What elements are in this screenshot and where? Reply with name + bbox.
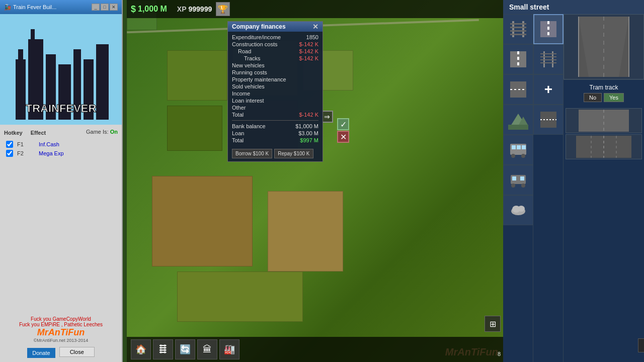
street-item-bus[interactable] xyxy=(503,135,533,165)
rail-lines-icon xyxy=(538,49,558,69)
expenditure-label: Expenditure/income xyxy=(232,34,281,40)
street-col3: Tram track No Yes xyxy=(564,14,644,362)
xp-value: 999999 xyxy=(189,5,212,13)
trophy-button[interactable]: 🏆 xyxy=(216,2,230,16)
road-icon xyxy=(508,49,528,69)
street-item-train[interactable] xyxy=(503,165,533,195)
finances-row-running-costs: Running costs xyxy=(232,69,318,76)
road-value: $-142 K xyxy=(299,48,318,54)
f2-checkbox[interactable] xyxy=(6,150,13,157)
effect-header: Effect xyxy=(31,130,46,136)
svg-rect-34 xyxy=(520,176,524,180)
map-x-icon[interactable]: ✕ xyxy=(337,131,349,143)
tram-no-button[interactable]: No xyxy=(584,93,602,102)
finances-row-total-balance: Total $997 M xyxy=(232,137,318,144)
toolbar-building-button[interactable]: 🏛 xyxy=(197,339,217,359)
toolbar-home-button[interactable]: 🏠 xyxy=(131,339,151,359)
speed-value: 8 xyxy=(498,351,501,357)
finances-titlebar: Company finances ✕ xyxy=(228,22,323,32)
street-item-other[interactable] xyxy=(503,195,533,225)
street-item-rail[interactable] xyxy=(503,14,533,44)
footer-copyright: ©MrAntiFun.net 2013-2014 xyxy=(4,338,118,343)
tram-track-label: Tram track xyxy=(568,84,640,91)
street-col1 xyxy=(503,14,533,362)
map-check-icon[interactable]: ✓ xyxy=(337,118,349,130)
f1-effect: Inf.Cash xyxy=(39,141,116,147)
road-preview-small-svg2 xyxy=(571,136,636,158)
road-preview-svg xyxy=(569,17,639,77)
street-grid: + xyxy=(503,14,644,362)
svg-rect-1 xyxy=(16,59,26,120)
svg-rect-46 xyxy=(540,53,556,54)
finances-row-bank-balance: Bank balance $1,000 M xyxy=(232,123,318,130)
finances-content: Expenditure/income 1850 Construction cos… xyxy=(228,32,323,146)
tram-toggle: No Yes xyxy=(568,93,640,102)
finances-row-road: Road $-142 K xyxy=(232,48,318,55)
trainer-row-f2: F2 Mega Exp xyxy=(4,149,118,158)
pause-button[interactable]: ⏸ xyxy=(638,338,644,352)
trainer-close-button[interactable]: Close xyxy=(59,347,95,357)
expenditure-value: 1850 xyxy=(306,34,318,40)
bus-icon xyxy=(508,140,528,160)
road-preview-small1[interactable] xyxy=(566,108,642,133)
street-item-road[interactable] xyxy=(503,44,533,74)
f1-checkbox[interactable] xyxy=(6,141,13,148)
finances-row-total: Total $-142 K xyxy=(232,111,318,118)
terrain-icon xyxy=(508,110,528,130)
svg-text:TRAINFEVER: TRAINFEVER xyxy=(26,102,97,115)
svg-rect-49 xyxy=(540,62,556,63)
road-preview-small-svg1 xyxy=(571,110,636,132)
logo-text: MrAnTiFun xyxy=(37,327,85,337)
tram-yes-button[interactable]: Yes xyxy=(604,93,624,102)
paypal-donate-button[interactable]: Donate xyxy=(27,348,55,358)
svg-rect-14 xyxy=(510,27,526,28)
f1-hotkey: F1 xyxy=(17,141,35,147)
svg-rect-19 xyxy=(517,57,519,60)
street-item-road-active[interactable] xyxy=(533,14,564,44)
svg-rect-28 xyxy=(517,145,521,149)
f2-hotkey: F2 xyxy=(17,150,35,156)
toolbar-industry-button[interactable]: 🏭 xyxy=(219,339,239,359)
layers-button[interactable]: ⊞ xyxy=(485,316,501,332)
finances-close-button[interactable]: ✕ xyxy=(312,23,318,30)
toolbar-track-button[interactable]: 🛤 xyxy=(153,339,173,359)
total-value: $-142 K xyxy=(299,112,318,118)
street-item-road2[interactable] xyxy=(503,74,533,105)
toolbar-vehicle-button[interactable]: 🔄 xyxy=(175,339,195,359)
money-display: $ 1,000 M xyxy=(131,4,167,15)
sold-vehicles-label: Sold vehicles xyxy=(232,83,265,89)
svg-rect-18 xyxy=(517,51,519,54)
street-item-terrain[interactable] xyxy=(503,105,533,135)
loan-interest-label: Loan interest xyxy=(232,98,264,104)
speed-indicator: 8 xyxy=(498,351,501,357)
street-header: Small street xyxy=(503,0,644,14)
street-title: Small street xyxy=(509,3,549,11)
svg-rect-16 xyxy=(510,34,526,35)
minimize-button[interactable]: _ xyxy=(92,4,100,11)
restore-button[interactable]: □ xyxy=(101,4,109,11)
game-on-value: On xyxy=(110,129,118,135)
svg-rect-13 xyxy=(510,23,526,25)
road-active-icon xyxy=(538,19,558,39)
finances-row-sold-vehicles: Sold vehicles xyxy=(232,83,318,90)
footer-text2: Fuck you EMPiRE , Pathetic Leeches xyxy=(4,322,118,327)
trainer-row-f1: F1 Inf.Cash xyxy=(4,140,118,149)
street-item-plus[interactable]: + xyxy=(533,74,564,105)
street-item-road3[interactable] xyxy=(533,105,564,135)
trainer-window-controls: _ □ ✕ xyxy=(92,4,118,11)
borrow-button[interactable]: Borrow $100 K xyxy=(232,149,272,158)
money-value: 1,000 M xyxy=(138,5,167,14)
road-preview-small2[interactable] xyxy=(566,134,642,159)
trainer-title-left: 🚂 Train Fever Buil... xyxy=(4,4,56,11)
street-item-rail-lines[interactable] xyxy=(533,44,564,74)
running-costs-label: Running costs xyxy=(232,69,267,75)
finances-row-property: Property maintenance xyxy=(232,76,318,83)
xp-label: XP xyxy=(177,5,187,13)
close-window-button[interactable]: ✕ xyxy=(110,4,118,11)
finances-row-income: Income xyxy=(232,90,318,97)
road2-icon xyxy=(508,79,528,100)
repay-button[interactable]: Repay $100 K xyxy=(274,149,313,158)
income-label: Income xyxy=(232,90,250,97)
road3-icon xyxy=(538,110,558,130)
svg-point-39 xyxy=(518,206,525,212)
